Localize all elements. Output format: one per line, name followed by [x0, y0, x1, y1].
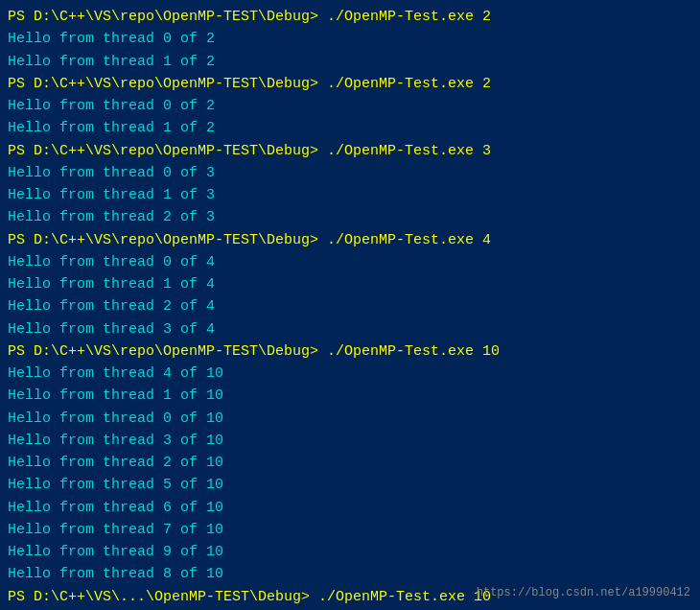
- terminal-line: Hello from thread 0 of 4: [8, 251, 692, 273]
- terminal-line: Hello from thread 0 of 3: [8, 162, 692, 184]
- terminal-line: PS D:\C++\VS\repo\OpenMP-TEST\Debug> ./O…: [8, 73, 692, 95]
- terminal-line: Hello from thread 1 of 2: [8, 117, 692, 139]
- terminal-line: Hello from thread 0 of 10: [8, 408, 692, 430]
- terminal-line: Hello from thread 2 of 3: [8, 206, 692, 228]
- terminal-line: Hello from thread 1 of 4: [8, 273, 692, 295]
- terminal-output: PS D:\C++\VS\repo\OpenMP-TEST\Debug> ./O…: [8, 6, 692, 608]
- terminal-line: Hello from thread 1 of 3: [8, 184, 692, 206]
- terminal-line: Hello from thread 2 of 10: [8, 452, 692, 474]
- terminal-line: Hello from thread 2 of 4: [8, 295, 692, 317]
- terminal-line: PS D:\C++\VS\repo\OpenMP-TEST\Debug> ./O…: [8, 140, 692, 162]
- terminal-line: Hello from thread 3 of 10: [8, 430, 692, 452]
- terminal-line: Hello from thread 3 of 4: [8, 318, 692, 340]
- terminal-line: Hello from thread 1 of 10: [8, 385, 692, 407]
- terminal-window: PS D:\C++\VS\repo\OpenMP-TEST\Debug> ./O…: [0, 0, 700, 610]
- terminal-line: Hello from thread 4 of 10: [8, 363, 692, 385]
- terminal-line: Hello from thread 0 of 2: [8, 28, 692, 50]
- terminal-line: PS D:\C++\VS\repo\OpenMP-TEST\Debug> ./O…: [8, 340, 692, 363]
- terminal-line: PS D:\C++\VS\repo\OpenMP-TEST\Debug> ./O…: [8, 229, 692, 251]
- terminal-line: Hello from thread 0 of 2: [8, 95, 692, 117]
- terminal-line: PS D:\C++\VS\repo\OpenMP-TEST\Debug> ./O…: [8, 6, 692, 28]
- terminal-line: Hello from thread 6 of 10: [8, 497, 692, 519]
- terminal-line: Hello from thread 5 of 10: [8, 474, 692, 496]
- terminal-line: Hello from thread 9 of 10: [8, 541, 692, 563]
- terminal-line: Hello from thread 7 of 10: [8, 519, 692, 541]
- watermark: https://blog.csdn.net/a19990412: [477, 584, 690, 602]
- terminal-line: Hello from thread 1 of 2: [8, 51, 692, 73]
- terminal-line: Hello from thread 8 of 10: [8, 563, 692, 585]
